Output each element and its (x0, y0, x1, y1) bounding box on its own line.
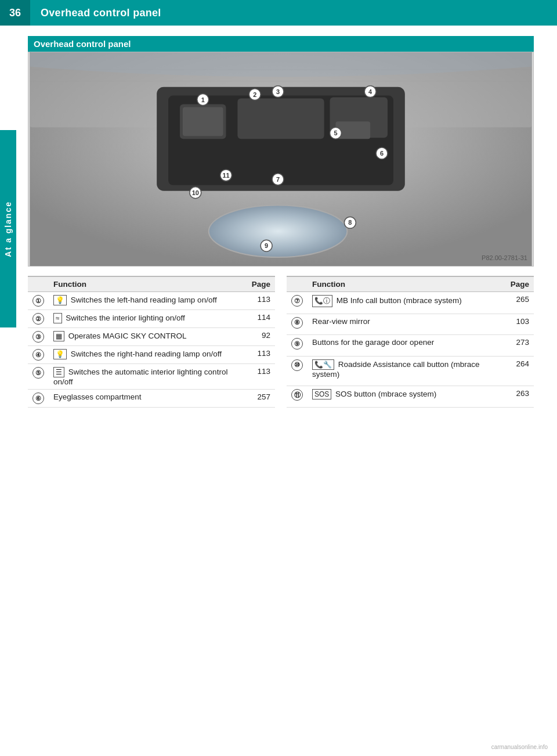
section-header: Overhead control panel (28, 36, 534, 52)
row-description: SOS SOS button (mbrace system) (308, 386, 506, 408)
svg-text:7: 7 (276, 176, 280, 183)
row-page: 273 (506, 335, 534, 357)
svg-text:6: 6 (380, 150, 384, 157)
row-description: 📞🔧 Roadside Assistance call button (mbra… (308, 356, 506, 386)
icon-right-lamp: 💡 (53, 349, 67, 359)
svg-text:9: 9 (265, 242, 268, 249)
table-row: ⑤ ☰ Switches the automatic interior ligh… (28, 364, 275, 390)
row-page: 114 (247, 310, 275, 328)
table-row: ① 💡 Switches the left-hand reading lamp … (28, 292, 275, 310)
row-num: ⑨ (287, 335, 308, 357)
icon-roadside: 📞🔧 (312, 359, 334, 370)
svg-point-27 (209, 206, 348, 258)
row-page: 257 (247, 390, 275, 408)
right-table-page-header: Page (506, 276, 534, 292)
image-watermark: P82.00-2781-31 (482, 254, 527, 261)
row-page: 263 (506, 386, 534, 408)
svg-rect-8 (237, 99, 324, 139)
table-row: ⑥ Eyeglasses compartment 257 (28, 390, 275, 408)
row-num: ② (28, 310, 49, 328)
svg-text:11: 11 (222, 172, 229, 179)
svg-text:4: 4 (368, 88, 372, 95)
row-num: ⑤ (28, 364, 49, 390)
svg-rect-5 (183, 107, 223, 136)
svg-text:10: 10 (192, 189, 199, 196)
row-page: 265 (506, 292, 534, 314)
row-description: ▦ Operates MAGIC SKY CONTROL (49, 328, 247, 346)
table-row: ③ ▦ Operates MAGIC SKY CONTROL 92 (28, 328, 275, 346)
row-page: 113 (247, 346, 275, 364)
svg-text:8: 8 (348, 219, 352, 226)
row-num: ⑦ (287, 292, 308, 314)
table-row: ⑪ SOS SOS button (mbrace system) 263 (287, 386, 534, 408)
content-area: Overhead control panel (0, 26, 557, 431)
row-description: 💡 Switches the right-hand reading lamp o… (49, 346, 247, 364)
right-table-num-header (287, 276, 308, 292)
table-row: ② ≈ Switches the interior lighting on/of… (28, 310, 275, 328)
row-num: ⑥ (28, 390, 49, 408)
right-table-function-header: Function (308, 276, 506, 292)
left-table-page-header: Page (247, 276, 275, 292)
icon-magic-sky: ▦ (53, 331, 64, 341)
left-table-function-header: Function (49, 276, 247, 292)
overhead-panel-image: 1 2 3 4 5 6 7 (28, 52, 534, 267)
site-watermark: carmanualsonline.info (491, 744, 548, 750)
row-num: ① (28, 292, 49, 310)
icon-sos: SOS (312, 389, 331, 399)
tables-container: Function Page ① 💡 Switches the left-hand… (28, 276, 534, 408)
icon-auto-light: ☰ (53, 367, 64, 377)
row-description: Rear-view mirror (308, 314, 506, 335)
row-page: 264 (506, 356, 534, 386)
svg-text:2: 2 (253, 91, 256, 98)
row-description: Eyeglasses compartment (49, 390, 247, 408)
row-num: ⑧ (287, 314, 308, 335)
icon-interior-light: ≈ (53, 313, 62, 323)
row-page: 92 (247, 328, 275, 346)
icon-left-lamp: 💡 (53, 295, 67, 305)
svg-text:1: 1 (201, 96, 205, 103)
row-page: 103 (506, 314, 534, 335)
page-number: 36 (0, 0, 30, 26)
row-description: 💡 Switches the left-hand reading lamp on… (49, 292, 247, 310)
row-num: ⑩ (287, 356, 308, 386)
row-description: Buttons for the garage door opener (308, 335, 506, 357)
row-description: ≈ Switches the interior lighting on/off (49, 310, 247, 328)
row-page: 113 (247, 364, 275, 390)
icon-mb-info: 📞ⓘ (312, 295, 332, 307)
table-row: ⑦ 📞ⓘ MB Info call button (mbrace system)… (287, 292, 534, 314)
row-num: ⑪ (287, 386, 308, 408)
row-description: ☰ Switches the automatic interior lighti… (49, 364, 247, 390)
svg-text:3: 3 (276, 88, 280, 95)
right-function-table: Function Page ⑦ 📞ⓘ MB Info call button (… (287, 276, 534, 408)
left-table-num-header (28, 276, 49, 292)
top-header: 36 Overhead control panel (0, 0, 557, 26)
table-row: ⑩ 📞🔧 Roadside Assistance call button (mb… (287, 356, 534, 386)
svg-text:5: 5 (334, 129, 337, 136)
table-row: ④ 💡 Switches the right-hand reading lamp… (28, 346, 275, 364)
header-title: Overhead control panel (41, 7, 161, 19)
row-description: 📞ⓘ MB Info call button (mbrace system) (308, 292, 506, 314)
table-row: ⑨ Buttons for the garage door opener 273 (287, 335, 534, 357)
table-row: ⑧ Rear-view mirror 103 (287, 314, 534, 335)
row-page: 113 (247, 292, 275, 310)
row-num: ④ (28, 346, 49, 364)
row-num: ③ (28, 328, 49, 346)
left-function-table: Function Page ① 💡 Switches the left-hand… (28, 276, 275, 408)
